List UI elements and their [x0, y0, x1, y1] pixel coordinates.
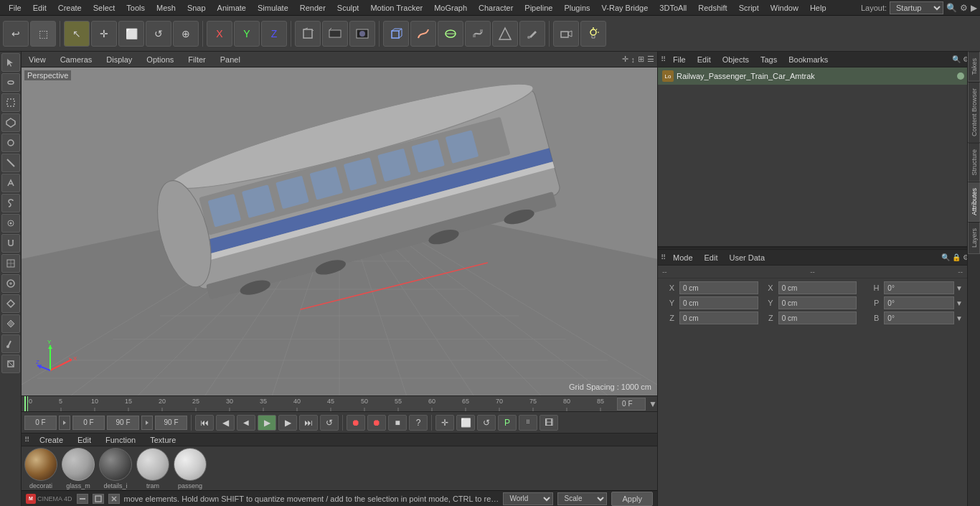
mat-menu-edit[interactable]: Edit [73, 435, 95, 445]
menu-animate[interactable]: Animate [212, 2, 252, 14]
move-keys-btn[interactable]: ✛ [435, 415, 454, 431]
film-btn[interactable]: 🎞 [540, 415, 558, 431]
obj-menu-edit[interactable]: Edit [693, 54, 715, 65]
menu-redshift[interactable]: Redshift [692, 2, 732, 14]
coord-y-size[interactable] [778, 296, 857, 309]
attr-search-icon[interactable]: 🔍 [941, 253, 950, 261]
point-mode-btn[interactable] [1, 133, 20, 152]
paint-button[interactable] [519, 21, 545, 47]
dots-btn[interactable]: ⠿ [519, 415, 537, 431]
menu-sculpt[interactable]: Sculpt [331, 2, 365, 14]
scale-dropdown[interactable]: Scale Absolute [557, 492, 607, 505]
coord-z-pos[interactable] [679, 311, 758, 324]
start-frame-input[interactable] [24, 416, 57, 430]
apply-button[interactable]: Apply [611, 492, 653, 506]
object-visibility-dot[interactable] [957, 72, 964, 80]
menu-edit[interactable]: Edit [27, 2, 52, 14]
coord-b-arrow[interactable]: ▼ [956, 314, 963, 322]
render-button[interactable] [349, 21, 375, 47]
search-icon[interactable]: 🔍 [946, 3, 957, 13]
vtab-takes[interactable]: Takes [968, 52, 980, 82]
undo-button[interactable]: ↩ [3, 21, 29, 47]
select-tool-btn[interactable] [1, 53, 20, 72]
material-item-3[interactable]: tram [136, 448, 169, 489]
goto-start-btn[interactable]: ⏮ [195, 415, 214, 431]
viewport-3d[interactable]: Perspective Grid Spacing : 1000 cm X Y [22, 67, 657, 395]
viewport-menu-cameras[interactable]: Cameras [56, 54, 97, 65]
obj-menu-tags[interactable]: Tags [756, 54, 781, 65]
attr-panel-icon[interactable]: ⠿ [661, 253, 666, 261]
spline-button[interactable] [410, 21, 436, 47]
obj-menu-objects[interactable]: Objects [718, 54, 753, 65]
obj-menu-bookmarks[interactable]: Bookmarks [784, 54, 832, 65]
record-active-btn[interactable]: ⏺ [347, 415, 365, 431]
coord-y-pos[interactable] [679, 296, 758, 309]
world-dropdown[interactable]: World Object Camera [503, 492, 553, 505]
param-keys-btn[interactable]: P [498, 415, 517, 431]
vtab-content-browser[interactable]: Content Browser [968, 82, 980, 143]
coord-x-pos[interactable] [679, 281, 758, 294]
joint-btn[interactable] [1, 294, 20, 313]
preview-end-frame[interactable] [155, 416, 187, 430]
coord-p-rot[interactable] [884, 296, 954, 309]
settings-icon[interactable]: ⚙ [960, 3, 968, 13]
search-objects-icon[interactable]: 🔍 [952, 55, 961, 63]
materials-header-icon[interactable]: ⠿ [24, 436, 29, 444]
current-frame-input[interactable] [72, 416, 105, 430]
viewport-icon-lock[interactable]: ⊞ [638, 55, 644, 64]
rect-select-btn[interactable] [1, 93, 20, 112]
move-tool-button[interactable]: ✛ [91, 21, 117, 47]
menu-help[interactable]: Help [804, 2, 832, 14]
end-frame-input[interactable] [107, 416, 139, 430]
menu-plugins[interactable]: Plugins [558, 2, 595, 14]
menu-motion-tracker[interactable]: Motion Tracker [364, 2, 428, 14]
menu-simulate[interactable]: Simulate [252, 2, 294, 14]
attr-menu-user-data[interactable]: User Data [725, 252, 770, 263]
arrow-right-icon[interactable]: ▶ [971, 3, 977, 13]
vtab-attributes[interactable]: Attributes [968, 182, 980, 222]
viewport-menu-view[interactable]: View [24, 54, 50, 65]
tool-a-btn[interactable] [1, 174, 20, 192]
material-item-4[interactable]: passeng [174, 448, 207, 489]
record-btn[interactable]: ⏺ [367, 415, 386, 431]
attr-menu-mode[interactable]: Mode [669, 252, 697, 263]
vtab-structure[interactable]: Structure [968, 143, 980, 182]
object-mode-button[interactable] [295, 21, 321, 47]
obj-menu-file[interactable]: File [669, 54, 690, 65]
timeline-arrow-btn[interactable]: ▼ [649, 399, 657, 409]
object-list-item[interactable]: Lo Railway_Passenger_Train_Car_Amtrak [658, 67, 980, 85]
menu-tools[interactable]: Tools [121, 2, 151, 14]
coord-h-rot[interactable] [884, 281, 954, 294]
nurbs-button[interactable] [438, 21, 463, 47]
menu-mesh[interactable]: Mesh [151, 2, 182, 14]
step-back-btn[interactable]: ◀ [216, 415, 235, 431]
end-frame-arrow[interactable] [141, 416, 153, 430]
menu-create[interactable]: Create [52, 2, 88, 14]
coord-p-arrow[interactable]: ▼ [956, 299, 963, 307]
objects-panel-icon[interactable]: ⠿ [661, 55, 666, 63]
minimize-btn[interactable] [77, 494, 88, 504]
scale-keys-btn[interactable]: ⬜ [456, 415, 475, 431]
menu-select[interactable]: Select [88, 2, 121, 14]
coord-x-size[interactable] [778, 281, 857, 294]
polygon-mode-btn[interactable] [1, 113, 20, 132]
paint-weight-btn[interactable] [1, 274, 20, 293]
vtab-layers[interactable]: Layers [968, 222, 980, 254]
menu-window[interactable]: Window [765, 2, 804, 14]
close-btn[interactable] [108, 494, 120, 504]
material-item-0[interactable]: decorati [24, 448, 57, 489]
render-region-button[interactable] [322, 21, 348, 47]
coord-z-size[interactable] [778, 311, 857, 324]
viewport-menu-panel[interactable]: Panel [216, 54, 245, 65]
lasso-tool-btn[interactable] [1, 73, 20, 92]
object-y-button[interactable]: Y [234, 21, 260, 47]
camera-button[interactable] [553, 21, 579, 47]
magnet-btn[interactable] [1, 234, 20, 253]
stop-btn[interactable]: ■ [388, 415, 407, 431]
viewport-icon-settings[interactable]: ☰ [647, 55, 654, 64]
menu-render[interactable]: Render [294, 2, 331, 14]
viewport-menu-filter[interactable]: Filter [184, 54, 209, 65]
step-forward-btn[interactable]: ▶ [278, 415, 297, 431]
play-forward-btn[interactable]: ▶ [258, 415, 276, 431]
mat-menu-create[interactable]: Create [35, 435, 67, 445]
